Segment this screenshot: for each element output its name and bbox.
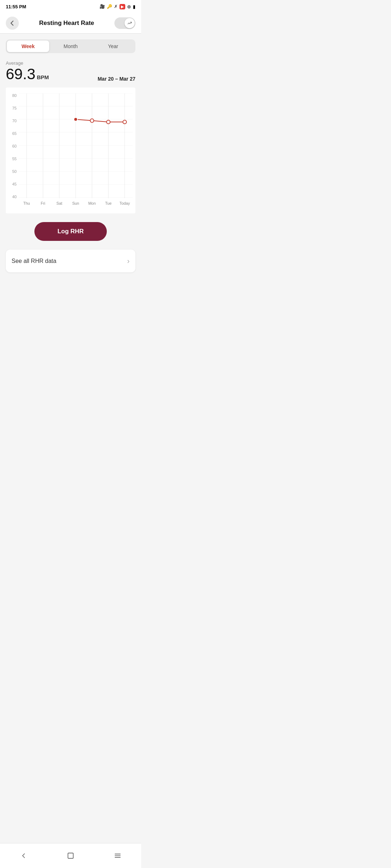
y-label-55: 55 bbox=[6, 157, 19, 161]
back-icon bbox=[9, 20, 16, 26]
battery-icon: ▮ bbox=[133, 4, 135, 9]
status-time: 11:55 PM bbox=[6, 4, 26, 9]
y-axis: 80 75 70 65 60 55 50 45 40 bbox=[6, 93, 19, 209]
stats-row: Average 69.3 BPM Mar 20 – Mar 27 bbox=[6, 60, 135, 82]
toggle-knob bbox=[125, 18, 135, 28]
average-unit: BPM bbox=[37, 74, 49, 80]
back-button[interactable] bbox=[6, 17, 19, 30]
status-bar: 11:55 PM 🎥 🔑 ✗ ▶ ⊛ ▮ bbox=[0, 0, 141, 13]
chart-svg: Thu Fri Sat Sun Mon Tue Today bbox=[19, 93, 133, 209]
svg-text:Thu: Thu bbox=[23, 201, 30, 205]
point-mon bbox=[90, 119, 94, 123]
trend-icon bbox=[127, 21, 132, 26]
log-rhr-button[interactable]: Log RHR bbox=[34, 222, 107, 241]
point-today bbox=[123, 120, 127, 124]
y-label-65: 65 bbox=[6, 131, 19, 136]
status-icons: 🎥 🔑 ✗ ▶ ⊛ ▮ bbox=[100, 4, 135, 9]
chart-area: Thu Fri Sat Sun Mon Tue Today bbox=[19, 93, 133, 209]
y-label-80: 80 bbox=[6, 93, 19, 98]
see-all-label: See all RHR data bbox=[12, 258, 56, 264]
svg-text:Fri: Fri bbox=[41, 201, 45, 205]
see-all-card[interactable]: See all RHR data › bbox=[6, 250, 135, 272]
chart-wrap: 80 75 70 65 60 55 50 45 40 bbox=[6, 93, 133, 209]
svg-text:Sun: Sun bbox=[72, 201, 79, 205]
svg-text:Today: Today bbox=[119, 201, 130, 205]
bluetooth-icon: ✗ bbox=[114, 4, 118, 9]
header: Resting Heart Rate bbox=[0, 13, 141, 34]
chevron-right-icon: › bbox=[127, 257, 130, 265]
tab-month[interactable]: Month bbox=[49, 41, 92, 52]
y-label-75: 75 bbox=[6, 106, 19, 110]
y-label-60: 60 bbox=[6, 144, 19, 148]
y-label-45: 45 bbox=[6, 182, 19, 186]
point-tue bbox=[106, 120, 110, 124]
y-label-40: 40 bbox=[6, 195, 19, 199]
svg-text:Mon: Mon bbox=[88, 201, 96, 205]
tab-week[interactable]: Week bbox=[7, 41, 49, 52]
svg-text:Tue: Tue bbox=[105, 201, 112, 205]
page-title: Resting Heart Rate bbox=[39, 20, 94, 27]
average-label: Average bbox=[6, 60, 49, 66]
main-content: Week Month Year Average 69.3 BPM Mar 20 … bbox=[0, 34, 141, 290]
svg-text:Sat: Sat bbox=[56, 201, 62, 205]
trend-toggle[interactable] bbox=[114, 17, 135, 29]
point-sun bbox=[74, 118, 77, 121]
tab-year[interactable]: Year bbox=[92, 41, 134, 52]
heart-rate-chart: 80 75 70 65 60 55 50 45 40 bbox=[6, 88, 135, 213]
wifi-icon: ⊛ bbox=[127, 4, 131, 9]
key-icon: 🔑 bbox=[107, 4, 112, 9]
stats-left: Average 69.3 BPM bbox=[6, 60, 49, 82]
y-label-70: 70 bbox=[6, 119, 19, 123]
video-icon: 🎥 bbox=[100, 4, 105, 9]
average-value-group: 69.3 BPM bbox=[6, 67, 49, 82]
data-line bbox=[76, 119, 125, 122]
y-label-50: 50 bbox=[6, 169, 19, 174]
date-range: Mar 20 – Mar 27 bbox=[98, 76, 135, 82]
record-icon: ▶ bbox=[119, 4, 125, 9]
average-number: 69.3 bbox=[6, 67, 35, 82]
period-tabs: Week Month Year bbox=[6, 39, 135, 53]
